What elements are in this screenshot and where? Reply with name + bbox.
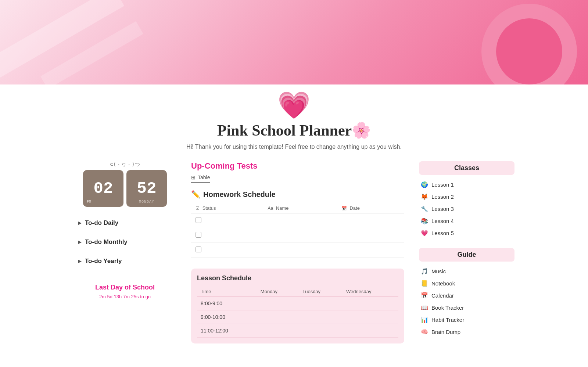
classes-items: 🌍 Lesson 1 🦊 Lesson 2 🔧 Lesson 3 📚 Lesso… xyxy=(419,179,514,239)
main-layout: ⊂(・ヮ・)つ 02 PM 52 MONDAY ▶ To-do Daily xyxy=(74,161,514,347)
hw-name-cell[interactable] xyxy=(263,228,337,243)
lesson-tue-3[interactable] xyxy=(299,324,343,338)
calendar-emoji: 📅 xyxy=(420,292,429,299)
left-column: ⊂(・ヮ・)つ 02 PM 52 MONDAY ▶ To-do Daily xyxy=(74,161,176,347)
music-emoji: 🎵 xyxy=(420,268,429,275)
status-check-icon: ☑ xyxy=(196,206,200,211)
homework-section: ✏️ Homework Schedule ☑ Status Aa Name xyxy=(191,190,404,258)
todo-label-monthly: To-do Monthly xyxy=(85,238,128,246)
class-label-2: Lesson 2 xyxy=(431,194,454,200)
homework-title: Homework Schedule xyxy=(203,190,276,199)
hw-date-cell[interactable] xyxy=(337,228,404,243)
lesson-tue-2[interactable] xyxy=(299,310,343,324)
lesson-wed-1[interactable] xyxy=(343,297,398,310)
lesson-table-header-row: Time Monday Tuesday Wednesday xyxy=(197,287,398,297)
table-tab[interactable]: ⊞ Table xyxy=(191,174,210,183)
table-row: 11:00-12:00 xyxy=(197,324,398,338)
lesson-mon-1[interactable] xyxy=(257,297,299,310)
clock-hours-block: 02 PM xyxy=(83,170,123,207)
notebook-emoji: 📒 xyxy=(420,280,429,287)
guide-item-calendar[interactable]: 📅 Calendar xyxy=(419,289,514,302)
todo-item-yearly[interactable]: ▶ To-do Yearly xyxy=(74,252,176,270)
lesson-col-time: Time xyxy=(197,287,257,297)
header-area: 💗 Pink School Planner🌸 Hi! Thank you for… xyxy=(74,84,514,154)
hw-status-cell[interactable] xyxy=(191,243,263,258)
upcoming-tests-section: Up-Coming Tests ⊞ Table xyxy=(191,161,404,183)
guide-item-brain-dump[interactable]: 🧠 Brain Dump xyxy=(419,326,514,338)
todo-item-daily[interactable]: ▶ To-do Daily xyxy=(74,214,176,232)
table-tab-label: Table xyxy=(198,174,210,180)
guide-label-brain-dump: Brain Dump xyxy=(431,329,460,335)
class-emoji-2: 🦊 xyxy=(420,193,429,200)
guide-item-notebook[interactable]: 📒 Notebook xyxy=(419,277,514,289)
lesson-wed-3[interactable] xyxy=(343,324,398,338)
class-emoji-3: 🔧 xyxy=(420,205,429,212)
lesson-tue-1[interactable] xyxy=(299,297,343,310)
clock-minutes: 52 xyxy=(137,179,157,198)
class-item-4[interactable]: 📚 Lesson 4 xyxy=(419,215,514,227)
last-day-title: Last Day of School xyxy=(79,283,171,292)
homework-col-date: 📅 Date xyxy=(337,203,404,213)
todo-item-monthly[interactable]: ▶ To-do Monthly xyxy=(74,233,176,251)
class-label-5: Lesson 5 xyxy=(431,230,454,236)
homework-header: ✏️ Homework Schedule xyxy=(191,190,404,199)
hw-name-cell[interactable] xyxy=(263,243,337,258)
class-emoji-5: 💗 xyxy=(420,230,429,237)
class-item-2[interactable]: 🦊 Lesson 2 xyxy=(419,191,514,203)
name-text-icon: Aa xyxy=(268,206,273,211)
upcoming-tests-title: Up-Coming Tests xyxy=(191,161,404,171)
class-label-3: Lesson 3 xyxy=(431,206,454,212)
class-emoji-4: 📚 xyxy=(420,217,429,224)
table-row: 8:00-9:00 xyxy=(197,297,398,310)
table-row xyxy=(191,243,404,258)
lesson-time-1: 8:00-9:00 xyxy=(197,297,257,310)
hw-checkbox[interactable] xyxy=(196,247,201,252)
middle-column: Up-Coming Tests ⊞ Table ✏️ Homework Sche… xyxy=(191,161,404,347)
homework-col-name: Aa Name xyxy=(263,203,337,213)
hw-status-cell[interactable] xyxy=(191,213,263,228)
guide-label-music: Music xyxy=(431,268,446,274)
hw-checkbox[interactable] xyxy=(196,232,201,238)
page-subtitle: Hi! Thank you for using this template! F… xyxy=(74,144,514,150)
hw-date-cell[interactable] xyxy=(337,243,404,258)
homework-col-status: ☑ Status xyxy=(191,203,263,213)
lesson-schedule-table: Time Monday Tuesday Wednesday 8:00-9:00 xyxy=(197,287,398,338)
lesson-time-2: 9:00-10:00 xyxy=(197,310,257,324)
class-item-1[interactable]: 🌍 Lesson 1 xyxy=(419,179,514,191)
lesson-mon-3[interactable] xyxy=(257,324,299,338)
guide-item-habit-tracker[interactable]: 📊 Habit Tracker xyxy=(419,314,514,326)
homework-table-header-row: ☑ Status Aa Name 📅 Date xyxy=(191,203,404,213)
hw-checkbox[interactable] xyxy=(196,217,201,223)
lesson-col-wednesday: Wednesday xyxy=(343,287,398,297)
classes-section: Classes 🌍 Lesson 1 🦊 Lesson 2 🔧 Lesson 3 xyxy=(419,161,514,239)
todo-arrow-daily: ▶ xyxy=(78,220,81,226)
todo-arrow-monthly: ▶ xyxy=(78,240,81,245)
right-column: Classes 🌍 Lesson 1 🦊 Lesson 2 🔧 Lesson 3 xyxy=(419,161,514,347)
homework-emoji: ✏️ xyxy=(191,190,200,199)
clock-hours: 02 xyxy=(94,179,113,198)
todo-label-daily: To-do Daily xyxy=(85,219,118,227)
last-day-countdown: 2m 5d 13h 7m 25s to go xyxy=(79,294,171,299)
clock-widget: ⊂(・ヮ・)つ 02 PM 52 MONDAY xyxy=(74,161,176,207)
homework-table: ☑ Status Aa Name 📅 Date xyxy=(191,203,404,258)
guide-label-habit-tracker: Habit Tracker xyxy=(431,317,464,323)
class-item-5[interactable]: 💗 Lesson 5 xyxy=(419,227,514,239)
class-item-3[interactable]: 🔧 Lesson 3 xyxy=(419,203,514,215)
guide-item-book-tracker[interactable]: 📖 Book Tracker xyxy=(419,302,514,314)
book-tracker-emoji: 📖 xyxy=(420,304,429,311)
classes-header: Classes xyxy=(419,161,514,175)
hw-name-cell[interactable] xyxy=(263,213,337,228)
hero-banner xyxy=(0,0,588,84)
hw-date-cell[interactable] xyxy=(337,213,404,228)
lesson-wed-2[interactable] xyxy=(343,310,398,324)
lesson-mon-2[interactable] xyxy=(257,310,299,324)
date-cal-icon: 📅 xyxy=(341,206,347,211)
guide-item-music[interactable]: 🎵 Music xyxy=(419,265,514,277)
habit-tracker-emoji: 📊 xyxy=(420,316,429,323)
hw-status-cell[interactable] xyxy=(191,228,263,243)
lesson-time-3: 11:00-12:00 xyxy=(197,324,257,338)
todo-label-yearly: To-do Yearly xyxy=(85,258,122,265)
guide-label-notebook: Notebook xyxy=(431,280,455,287)
guide-label-book-tracker: Book Tracker xyxy=(431,305,464,311)
class-label-4: Lesson 4 xyxy=(431,218,454,224)
